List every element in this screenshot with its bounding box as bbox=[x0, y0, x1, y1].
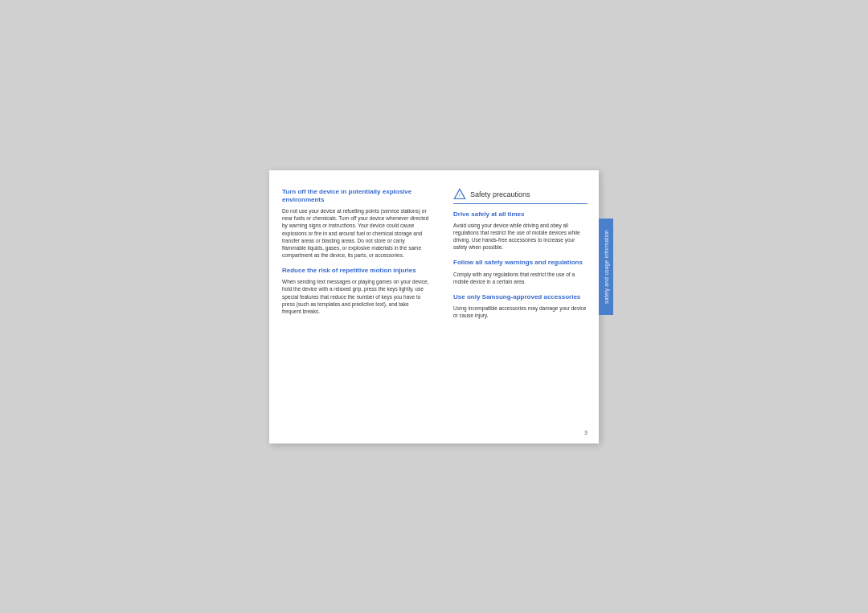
caution-triangle-icon: ! CAUTION bbox=[453, 188, 466, 201]
safety-precautions-title: Safety precautions bbox=[470, 190, 530, 198]
follow-warnings-body: Comply with any regulations that restric… bbox=[453, 271, 588, 285]
section-follow-warnings: Follow all safety warnings and regulatio… bbox=[453, 259, 588, 285]
svg-text:!: ! bbox=[459, 193, 461, 198]
drive-safely-body: Avoid using your device while driving an… bbox=[453, 222, 588, 251]
section-samsung-accessories: Use only Samsung-approved accessories Us… bbox=[453, 293, 588, 320]
drive-safely-title: Drive safely at all times bbox=[453, 210, 588, 219]
section-explosive-title: Turn off the device in potentially explo… bbox=[282, 188, 429, 205]
section-explosive-environments: Turn off the device in potentially explo… bbox=[282, 188, 429, 259]
left-column: Turn off the device in potentially explo… bbox=[269, 170, 442, 443]
section-explosive-body: Do not use your device at refuelling poi… bbox=[282, 207, 429, 259]
page-number: 3 bbox=[584, 430, 588, 435]
right-column: ! CAUTION Safety precautions Drive safel… bbox=[442, 170, 599, 443]
samsung-accessories-title: Use only Samsung-approved accessories bbox=[453, 293, 588, 301]
section-repetitive-motion: Reduce the risk of repetitive motion inj… bbox=[282, 267, 429, 315]
svg-text:CAUTION: CAUTION bbox=[456, 200, 465, 201]
sidebar-tab-text: safety and usage information bbox=[604, 230, 609, 304]
samsung-accessories-body: Using incompatible accessories may damag… bbox=[453, 304, 588, 319]
section-repetitive-body: When sending text messages or playing ga… bbox=[282, 278, 429, 314]
manual-page: Turn off the device in potentially explo… bbox=[269, 170, 599, 443]
sidebar-tab: safety and usage information bbox=[599, 219, 613, 315]
section-drive-safely: Drive safely at all times Avoid using yo… bbox=[453, 210, 588, 251]
section-repetitive-title: Reduce the risk of repetitive motion inj… bbox=[282, 267, 429, 275]
safety-precautions-header: ! CAUTION Safety precautions bbox=[453, 188, 588, 204]
follow-warnings-title: Follow all safety warnings and regulatio… bbox=[453, 259, 588, 267]
